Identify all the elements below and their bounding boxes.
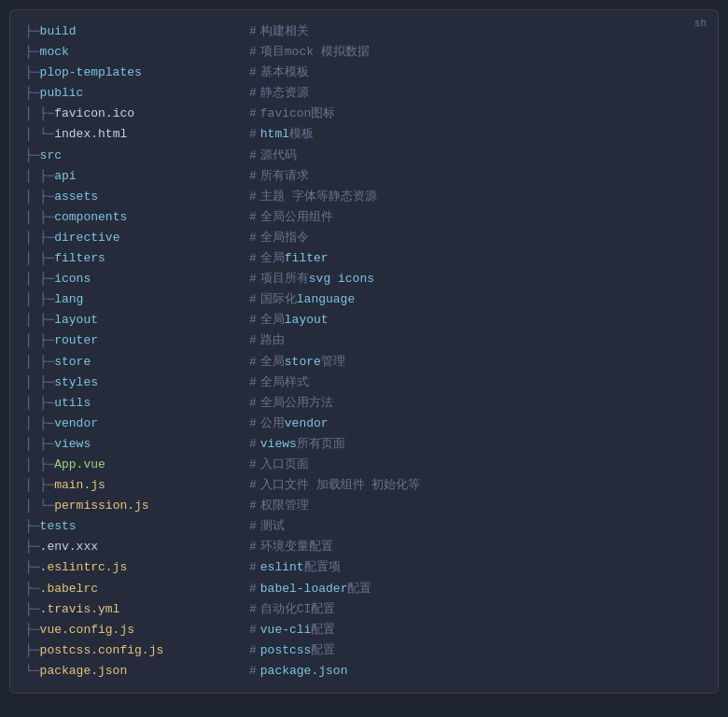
tree-indent: │ └─ index.html <box>25 124 249 145</box>
tree-indent: │ ├─ router <box>25 330 249 351</box>
list-item: │ ├─ layout # 全局 layout <box>25 310 703 330</box>
tree-indent: ├─ .travis.yml <box>25 599 249 620</box>
tree-indent: ├─ mock <box>25 42 249 63</box>
tree-indent: └─ package.json <box>25 661 249 682</box>
tree-indent: ├─ plop-templates <box>25 63 249 83</box>
list-item: ├─ build # 构建相关 <box>25 21 703 42</box>
list-item: │ ├─ styles # 全局样式 <box>25 373 703 393</box>
list-item: │ ├─ main.js # 入口文件 加载组件 初始化等 <box>25 475 703 496</box>
tree-indent: ├─ .babelrc <box>25 579 249 599</box>
tree-indent: │ ├─ filters <box>25 248 249 269</box>
tree-indent: │ ├─ utils <box>25 393 249 414</box>
tree-indent: ├─ .eslintrc.js <box>25 557 249 578</box>
list-item: │ ├─ directive # 全局指令 <box>25 228 703 248</box>
tree-indent: │ ├─ components <box>25 207 249 228</box>
tree-indent: │ ├─ store <box>25 352 249 373</box>
list-item: │ ├─ favicon.ico # favicon图标 <box>25 104 703 124</box>
list-item: │ ├─ utils # 全局公用方法 <box>25 393 703 414</box>
tree-indent: │ ├─ favicon.ico <box>25 104 249 124</box>
tree-indent: ├─ build <box>25 21 249 42</box>
tree-indent: ├─ public <box>25 83 249 104</box>
list-item: │ ├─ vendor # 公用vendor <box>25 414 703 434</box>
tree-indent: │ ├─ assets <box>25 187 249 207</box>
tree-indent: ├─ .env.xxx <box>25 537 249 557</box>
list-item: └─ package.json # package.json <box>25 661 703 682</box>
tree-indent: │ ├─ views <box>25 434 249 455</box>
tree-indent: │ ├─ directive <box>25 228 249 248</box>
tree-indent: ├─ tests <box>25 516 249 537</box>
tree-indent: ├─ postcss.config.js <box>25 640 249 661</box>
tree-indent: │ └─ permission.js <box>25 496 249 516</box>
list-item: ├─ .travis.yml # 自动化CI配置 <box>25 599 703 620</box>
list-item: ├─ .babelrc # babel-loader 配置 <box>25 579 703 599</box>
list-item: ├─ plop-templates # 基本模板 <box>25 63 703 83</box>
list-item: │ ├─ lang # 国际化 language <box>25 289 703 310</box>
tree-indent: │ ├─ styles <box>25 373 249 393</box>
list-item: ├─ .env.xxx # 环境变量配置 <box>25 537 703 557</box>
list-item: │ ├─ assets # 主题 字体等静态资源 <box>25 187 703 207</box>
tree-indent: │ ├─ icons <box>25 269 249 289</box>
list-item: │ ├─ icons # 项目所有 svg icons <box>25 269 703 289</box>
list-item: ├─ postcss.config.js # postcss 配置 <box>25 640 703 661</box>
list-item: ├─ src # 源代码 <box>25 146 703 166</box>
tree-indent: │ ├─ main.js <box>25 475 249 496</box>
list-item: │ ├─ App.vue # 入口页面 <box>25 455 703 475</box>
list-item: │ ├─ components # 全局公用组件 <box>25 207 703 228</box>
tree-indent: │ ├─ vendor <box>25 414 249 434</box>
tree-indent: │ ├─ App.vue <box>25 455 249 475</box>
tree-indent: │ ├─ layout <box>25 310 249 330</box>
list-item: │ ├─ store # 全局 store管理 <box>25 352 703 373</box>
list-item: ├─ .eslintrc.js # eslint 配置项 <box>25 557 703 578</box>
list-item: ├─ vue.config.js # vue-cli 配置 <box>25 620 703 640</box>
code-block: sh ├─ build # 构建相关 ├─ mock # 项目mock 模拟数据… <box>9 9 719 694</box>
list-item: │ └─ index.html # html模板 <box>25 124 703 145</box>
list-item: │ └─ permission.js # 权限管理 <box>25 496 703 516</box>
tree-indent: │ ├─ api <box>25 166 249 187</box>
list-item: │ ├─ api # 所有请求 <box>25 166 703 187</box>
list-item: ├─ public # 静态资源 <box>25 83 703 104</box>
tree-indent: ├─ vue.config.js <box>25 620 249 640</box>
list-item: │ ├─ views # views 所有页面 <box>25 434 703 455</box>
language-badge: sh <box>694 18 707 29</box>
list-item: ├─ mock # 项目mock 模拟数据 <box>25 42 703 63</box>
list-item: ├─ tests # 测试 <box>25 516 703 537</box>
tree-indent: ├─ src <box>25 146 249 166</box>
tree-indent: │ ├─ lang <box>25 289 249 310</box>
list-item: │ ├─ router # 路由 <box>25 330 703 351</box>
list-item: │ ├─ filters # 全局 filter <box>25 248 703 269</box>
